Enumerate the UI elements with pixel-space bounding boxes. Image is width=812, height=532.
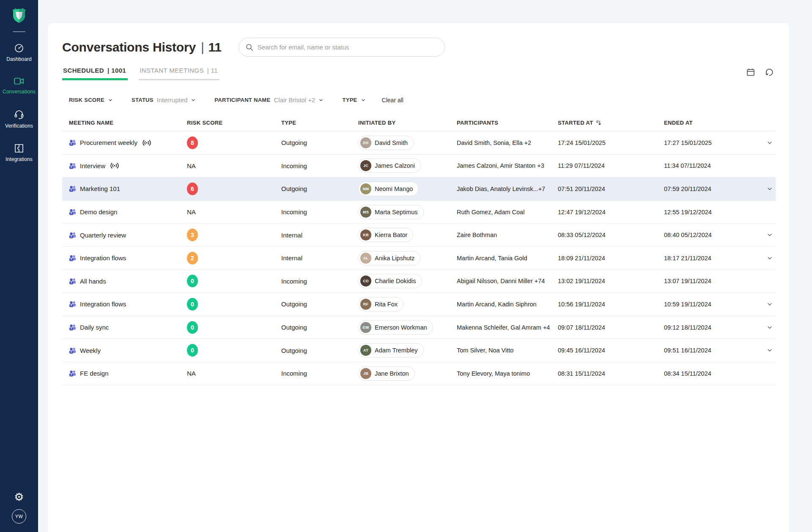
expand-chevron-icon[interactable] <box>766 139 773 146</box>
video-camera-icon <box>14 76 25 86</box>
participants-list: Ruth Gomez, Adam Coal <box>449 209 550 216</box>
initiator-avatar: AL <box>360 253 371 264</box>
initiator-name: Neomi Mango <box>375 186 413 192</box>
column-header-started-at[interactable]: STARTED AT <box>550 120 656 126</box>
table-row[interactable]: T Demo design NA Incoming MS Marta Septi… <box>62 201 776 224</box>
search-input[interactable] <box>258 44 438 51</box>
expand-chevron-icon[interactable] <box>766 347 773 354</box>
table-row[interactable]: T Interview NA Incoming JC Jame <box>62 155 776 178</box>
initiator-chip[interactable]: CD Charlie Dokidis <box>358 274 422 288</box>
ms-teams-icon: T <box>69 185 76 192</box>
svg-text:T: T <box>71 373 72 376</box>
expand-chevron-icon[interactable] <box>766 255 773 262</box>
initiator-chip[interactable]: AL Anika Lipshutz <box>358 251 420 265</box>
meeting-type: Internal <box>274 254 351 262</box>
clear-all-button[interactable]: Clear all <box>382 97 403 104</box>
initiator-avatar: JB <box>360 368 371 379</box>
initiator-chip[interactable]: JB Jane Brixton <box>358 366 415 381</box>
expand-chevron-icon[interactable] <box>766 301 773 308</box>
participants-list: Tony Elevory, Maya tonimo <box>449 370 550 377</box>
sidebar-item-label: Conversations <box>3 89 36 95</box>
column-header-participants[interactable]: PARTICIPANTS <box>449 120 550 126</box>
meeting-type: Outgoing <box>274 300 351 308</box>
table-row[interactable]: T Integration flows 0 Outgoing RF Rita F… <box>62 293 776 316</box>
filter-dropdown[interactable]: STATUS Interrupted <box>132 96 196 104</box>
started-at: 09:07 18/11/2024 <box>550 324 656 331</box>
risk-score-badge: 0 <box>187 298 198 311</box>
meeting-name: Integration flows <box>80 300 126 308</box>
initiator-chip[interactable]: EW Emerson Workman <box>358 320 433 335</box>
meeting-name: Marketing 101 <box>80 185 120 192</box>
filter-value: Interrupted <box>157 96 188 104</box>
table-row[interactable]: T Quarterly review 3 Internal KB Kierra … <box>62 224 776 247</box>
initiator-chip[interactable]: RF Rita Fox <box>358 297 403 311</box>
sidebar-item-verifications[interactable]: Verifications <box>5 109 33 129</box>
column-header-initiated-by[interactable]: INITIATED BY <box>351 120 449 126</box>
column-header-type[interactable]: TYPE <box>274 120 351 126</box>
sidebar: Dashboard Conversations Verifications <box>0 0 38 532</box>
app-logo-fox-shield-icon[interactable] <box>8 4 30 26</box>
filter-dropdown[interactable]: RISK SCORE <box>69 97 113 103</box>
initiator-avatar: DS <box>360 137 371 148</box>
meeting-type: Internal <box>274 232 351 239</box>
filter-dropdown[interactable]: TYPE <box>342 97 365 103</box>
ms-teams-icon: T <box>69 278 76 285</box>
initiator-avatar: AT <box>360 345 371 356</box>
participants-list: Abigail Nilsson, Danni Miller +74 <box>449 278 550 284</box>
sidebar-item-dashboard[interactable]: Dashboard <box>6 43 32 62</box>
table-row[interactable]: T Integration flows 2 Internal AL Anika … <box>62 247 776 270</box>
started-at: 12:47 19/12/2024 <box>550 209 656 216</box>
puzzle-icon <box>14 143 24 153</box>
ended-at: 13:07 19/11/2024 <box>656 278 760 284</box>
calendar-icon[interactable] <box>746 68 755 77</box>
meeting-type: Incoming <box>274 162 351 169</box>
settings-gear-icon[interactable]: ⚙ <box>14 491 24 502</box>
initiator-chip[interactable]: KB Kierra Bator <box>358 228 413 242</box>
initiator-chip[interactable]: JC James Calzoni <box>358 158 421 173</box>
ended-at: 07:59 20/11/2024 <box>656 186 760 192</box>
expand-chevron-icon[interactable] <box>766 186 773 192</box>
meeting-name: Demo design <box>80 208 117 216</box>
initiator-avatar: CD <box>360 276 371 286</box>
risk-score-badge: 0 <box>187 344 198 357</box>
tab-instant-meetings[interactable]: INSTANT MEETINGS| 11 <box>139 67 219 80</box>
search-box[interactable] <box>239 38 445 57</box>
table-row[interactable]: T FE design NA Incoming JB Jane Brixton … <box>62 362 776 385</box>
initiator-name: Charlie Dokidis <box>375 278 416 284</box>
svg-text:T: T <box>71 188 72 191</box>
meeting-type: Incoming <box>274 370 351 377</box>
tabs-bar: SCHEDULED| 1001 INSTANT MEETINGS| 11 <box>62 67 776 80</box>
expand-chevron-icon[interactable] <box>766 232 773 238</box>
column-header-risk-score[interactable]: RISK SCORE <box>179 120 274 126</box>
live-broadcast-icon <box>110 162 119 169</box>
table-row[interactable]: T All hands 0 Incoming CD Charlie Dokidi… <box>62 270 776 293</box>
initiator-chip[interactable]: MS Marta Septimus <box>358 205 424 219</box>
refresh-icon[interactable] <box>765 68 774 77</box>
chevron-down-icon <box>108 98 113 103</box>
sidebar-item-integrations[interactable]: Integrations <box>5 143 33 162</box>
initiator-chip[interactable]: DS David Smith <box>358 136 414 150</box>
tab-scheduled[interactable]: SCHEDULED| 1001 <box>62 67 128 80</box>
meeting-type: Outgoing <box>274 139 351 146</box>
user-avatar[interactable]: YW <box>12 509 26 524</box>
risk-score-badge: 0 <box>187 321 198 334</box>
svg-text:T: T <box>71 304 72 307</box>
column-header-ended-at[interactable]: ENDED AT <box>656 120 760 126</box>
sidebar-item-conversations[interactable]: Conversations <box>3 76 36 95</box>
table-row[interactable]: T Marketing 101 6 Outgoing NM Neomi Mang… <box>62 177 776 201</box>
ended-at: 11:34 07/11/2024 <box>656 162 760 169</box>
filter-dropdown[interactable]: PARTICIPANT NAME Clair Bristol +2 <box>214 96 324 104</box>
table-row[interactable]: T Daily sync 0 Outgoing EW Emerson Workm… <box>62 316 776 339</box>
table-row[interactable]: T Weekly 0 Outgoing AT Adam Trembley Tom… <box>62 339 776 362</box>
initiator-chip[interactable]: NM Neomi Mango <box>358 182 419 196</box>
sort-descending-icon[interactable] <box>595 120 602 126</box>
gauge-icon <box>14 43 24 53</box>
initiator-avatar: EW <box>360 322 371 333</box>
table-row[interactable]: T Procurement weekly 8 Outgoing DS <box>62 131 776 155</box>
initiator-chip[interactable]: AT Adam Trembley <box>358 343 424 357</box>
expand-chevron-icon[interactable] <box>766 324 773 331</box>
participants-list: Martin Arcand, Tania Gold <box>449 255 550 262</box>
started-at: 17:24 15/01/2025 <box>550 139 656 146</box>
column-header-meeting-name[interactable]: MEETING NAME <box>62 120 179 126</box>
filters-bar: RISK SCORE STATUS Interrupted PARTICIPAN… <box>62 96 776 104</box>
